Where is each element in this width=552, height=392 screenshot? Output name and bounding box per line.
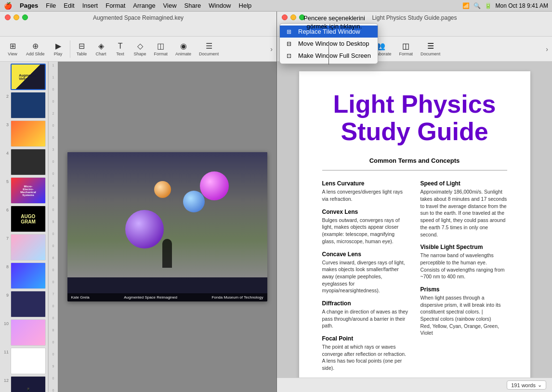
- view-label: View: [8, 52, 17, 56]
- term-body: The narrow band of wavelengths perceptib…: [421, 252, 507, 280]
- tooltip-callout: Pencere seçeneklerinigörmek için tıklayı…: [303, 14, 365, 31]
- doc-subtitle: Common Terms and Concepts: [322, 157, 507, 164]
- shape-button[interactable]: ◇ Shape: [131, 40, 149, 57]
- play-button[interactable]: ▶ Play: [50, 40, 67, 57]
- term-title: Diffraction: [322, 300, 409, 307]
- list-item[interactable]: 7: [2, 234, 46, 261]
- document-button[interactable]: ☰ Document: [196, 40, 222, 57]
- chart-button[interactable]: ◈ Chart: [92, 40, 110, 57]
- format-button[interactable]: ◫ Format: [151, 40, 171, 57]
- list-item[interactable]: AugmentedVirtual: [2, 64, 46, 90]
- table-button[interactable]: ⊟ Table: [73, 40, 91, 57]
- slide-caption: Kate Grela Augmented Space Reimagined Fo…: [67, 293, 267, 301]
- edit-menu[interactable]: Edit: [64, 2, 74, 9]
- slide-thumbnail: [11, 319, 46, 346]
- shape-label: Shape: [134, 52, 146, 56]
- slide-thumbnail: [11, 120, 46, 147]
- word-count-box[interactable]: 191 words ⌄: [507, 380, 546, 390]
- view-button[interactable]: ⊞ View: [4, 40, 21, 57]
- search-icon[interactable]: 🔍: [473, 2, 481, 9]
- left-window-chrome: Augmented Space Reimagined.key: [0, 12, 276, 37]
- text-label: Text: [116, 52, 124, 56]
- term-body: Approximately 186,000mi/s. Sunlight take…: [421, 188, 507, 238]
- term-body: When light passes through a dispersive p…: [421, 294, 507, 337]
- split-container: Augmented Space Reimagined.key ⊞ View ⊕ …: [0, 12, 552, 392]
- move-desktop-label: Move Window to Desktop: [298, 40, 369, 47]
- right-toolbar-more-button[interactable]: ›: [546, 45, 548, 53]
- slide-thumbnail: AUGOGRAM: [11, 206, 46, 232]
- term-block: Prisms When light passes through a dispe…: [421, 286, 507, 337]
- list-item[interactable]: 5 Micro-Electro-MechanicalSystems: [2, 177, 46, 204]
- format-label: Format: [399, 52, 413, 56]
- insert-menu[interactable]: Insert: [82, 2, 98, 9]
- doc-title: Light Physics Study Guide: [322, 91, 507, 145]
- list-item[interactable]: 11: [2, 348, 46, 374]
- slide-thumbnail: [11, 262, 46, 289]
- menubar: 🍎 Pages File Edit Insert Format Arrange …: [0, 0, 552, 12]
- word-count-chevron: ⌄: [538, 382, 542, 388]
- tooltip-text: Pencere seçeneklerinigörmek için tıklayı…: [303, 14, 365, 30]
- slide-photo: [67, 152, 267, 277]
- term-block: Diffraction A change in direction of wav…: [322, 300, 409, 329]
- toolbar-more-button[interactable]: ›: [270, 45, 273, 53]
- term-body: Curves inward, diverges rays of light, m…: [322, 259, 409, 294]
- slide-thumbnail: [11, 149, 46, 175]
- text-button[interactable]: T Text: [112, 41, 129, 57]
- caption-left: Kate Grela: [71, 295, 90, 300]
- word-count: 191 words: [511, 382, 536, 388]
- term-block: Concave Lens Curves inward, diverges ray…: [322, 251, 409, 294]
- app-name-menu[interactable]: Pages: [20, 2, 38, 9]
- status-bar: 191 words ⌄: [277, 378, 552, 392]
- list-item[interactable]: 9: [2, 291, 46, 317]
- doc-divider: [322, 170, 507, 170]
- file-menu[interactable]: File: [46, 2, 56, 9]
- slide-number: 3: [2, 122, 9, 127]
- toolbar-sep-1: [70, 40, 70, 58]
- view-menu[interactable]: View: [163, 2, 177, 9]
- format-menu[interactable]: Format: [105, 2, 125, 9]
- sphere-decoration: [200, 171, 229, 200]
- slide-number: 10: [2, 321, 9, 326]
- list-item[interactable]: 3: [2, 120, 46, 147]
- animate-button[interactable]: ◉ Animate: [172, 40, 194, 57]
- slide-panel: AugmentedVirtual 2 3 4 5: [0, 62, 48, 392]
- add-slide-button[interactable]: ⊕ Add Slide: [23, 40, 48, 57]
- slide-number: 6: [2, 208, 9, 212]
- caption-center: Augmented Space Reimagined: [124, 295, 177, 300]
- datetime-display: Mon Oct 18 9:41 AM: [496, 2, 548, 9]
- slide-thumbnail: [11, 348, 46, 374]
- term-block: Convex Lens Bulges outward, converges ra…: [322, 209, 409, 245]
- format-icon: ◫: [402, 41, 409, 51]
- term-title: Concave Lens: [322, 251, 409, 258]
- ruler: 1100 200 300 400 500 600 700 800 900 10: [48, 62, 58, 392]
- animate-icon: ◉: [180, 41, 187, 51]
- list-item[interactable]: 6 AUGOGRAM: [2, 206, 46, 232]
- arrange-menu[interactable]: Arrange: [133, 2, 155, 9]
- right-format-button[interactable]: ◫ Format: [396, 40, 416, 57]
- list-item[interactable]: 10: [2, 319, 46, 346]
- replace-tiled-icon: ⊞: [287, 28, 294, 35]
- document-icon: ☰: [427, 41, 434, 51]
- list-item[interactable]: 12 📱: [2, 376, 46, 392]
- doc-page: Light Physics Study Guide Common Terms a…: [299, 71, 530, 378]
- share-menu[interactable]: Share: [184, 2, 201, 9]
- list-item[interactable]: 4: [2, 149, 46, 175]
- callout-line: [329, 42, 329, 65]
- help-menu[interactable]: Help: [239, 2, 252, 9]
- slide-number: 5: [2, 179, 9, 184]
- term-block: Visible Light Spectrum The narrow band o…: [421, 244, 507, 280]
- right-document-button[interactable]: ☰ Document: [418, 40, 443, 57]
- list-item[interactable]: 8: [2, 262, 46, 289]
- slide-thumbnail: [11, 234, 46, 261]
- document-label: Document: [199, 52, 219, 56]
- format-label: Format: [154, 52, 168, 56]
- list-item[interactable]: 2: [2, 92, 46, 118]
- chart-label: Chart: [96, 52, 106, 56]
- term-block: Lens Curvature A lens converges/diverges…: [322, 180, 409, 202]
- shape-icon: ◇: [137, 41, 143, 51]
- play-icon: ▶: [55, 41, 61, 51]
- window-menu[interactable]: Window: [209, 2, 231, 9]
- apple-menu[interactable]: 🍎: [4, 2, 12, 10]
- document-icon: ☰: [206, 41, 212, 51]
- fullscreen-icon: ⊡: [287, 52, 294, 59]
